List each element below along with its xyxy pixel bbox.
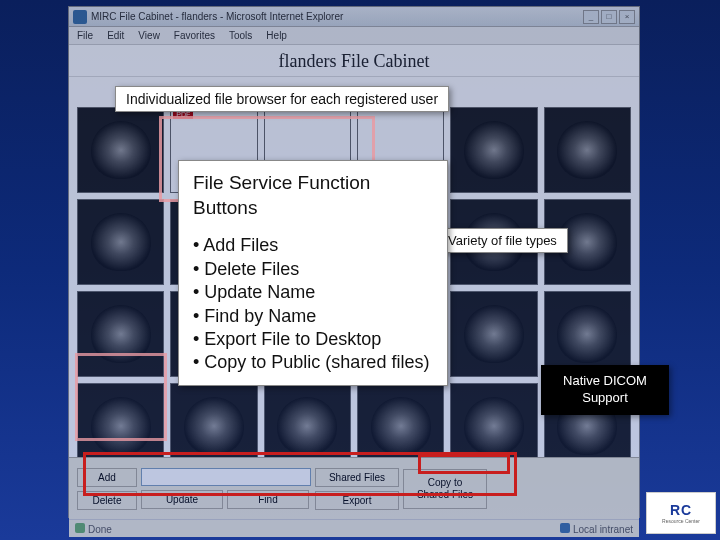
maximize-button[interactable]: □	[601, 10, 617, 24]
annot-function-item: • Copy to Public (shared files)	[193, 351, 433, 374]
file-thumb[interactable]	[170, 383, 257, 457]
close-button[interactable]: ×	[619, 10, 635, 24]
status-zone: Local intranet	[560, 523, 633, 535]
status-bar: Done Local intranet	[69, 519, 639, 537]
shared-files-button[interactable]: Shared Files	[315, 468, 399, 487]
find-button[interactable]: Find	[227, 490, 309, 509]
file-thumb[interactable]	[77, 199, 164, 285]
copy-to-shared-button[interactable]: Copy to Shared Files	[403, 469, 487, 509]
menu-help[interactable]: Help	[266, 30, 287, 41]
annot-dicom: Native DICOM Support	[541, 365, 669, 415]
delete-button[interactable]: Delete	[77, 491, 137, 510]
annot-individualized: Individualized file browser for each reg…	[115, 86, 449, 112]
file-thumb[interactable]	[77, 107, 164, 193]
menu-bar: File Edit View Favorites Tools Help	[69, 27, 639, 45]
file-thumb[interactable]	[450, 107, 537, 193]
menu-tools[interactable]: Tools	[229, 30, 252, 41]
bottom-toolbar: Add Delete Update Find Shared Files Expo…	[69, 457, 639, 519]
annot-function-item: • Add Files	[193, 234, 433, 257]
annot-function-item: • Delete Files	[193, 258, 433, 281]
file-thumb[interactable]	[77, 383, 164, 457]
filename-input[interactable]	[141, 468, 311, 486]
annot-functions: File Service Function Buttons • Add File…	[178, 160, 448, 386]
window-title: MIRC File Cabinet - flanders - Microsoft…	[91, 11, 583, 22]
window-controls: _ □ ×	[583, 10, 635, 24]
annot-function-item: • Update Name	[193, 281, 433, 304]
annot-file-types: Variety of file types	[437, 228, 568, 253]
file-thumb[interactable]	[544, 107, 631, 193]
annot-function-item: • Find by Name	[193, 305, 433, 328]
app-icon	[73, 10, 87, 24]
file-thumb[interactable]	[450, 383, 537, 457]
menu-favorites[interactable]: Favorites	[174, 30, 215, 41]
annot-function-item: • Export File to Desktop	[193, 328, 433, 351]
add-button[interactable]: Add	[77, 468, 137, 487]
annot-functions-header: File Service Function Buttons	[193, 171, 433, 220]
done-icon	[75, 523, 85, 533]
file-thumb[interactable]	[450, 291, 537, 377]
update-button[interactable]: Update	[141, 490, 223, 509]
export-button[interactable]: Export	[315, 491, 399, 510]
annot-functions-list: • Add Files• Delete Files• Update Name• …	[193, 234, 433, 374]
file-thumb[interactable]	[264, 383, 351, 457]
menu-view[interactable]: View	[138, 30, 160, 41]
mirc-logo: RC Resource Center	[646, 492, 716, 534]
status-done: Done	[75, 523, 112, 535]
menu-file[interactable]: File	[77, 30, 93, 41]
page-title: flanders File Cabinet	[69, 45, 639, 77]
file-thumb[interactable]	[357, 383, 444, 457]
window-titlebar: MIRC File Cabinet - flanders - Microsoft…	[69, 7, 639, 27]
file-thumb[interactable]	[77, 291, 164, 377]
minimize-button[interactable]: _	[583, 10, 599, 24]
menu-edit[interactable]: Edit	[107, 30, 124, 41]
zone-icon	[560, 523, 570, 533]
